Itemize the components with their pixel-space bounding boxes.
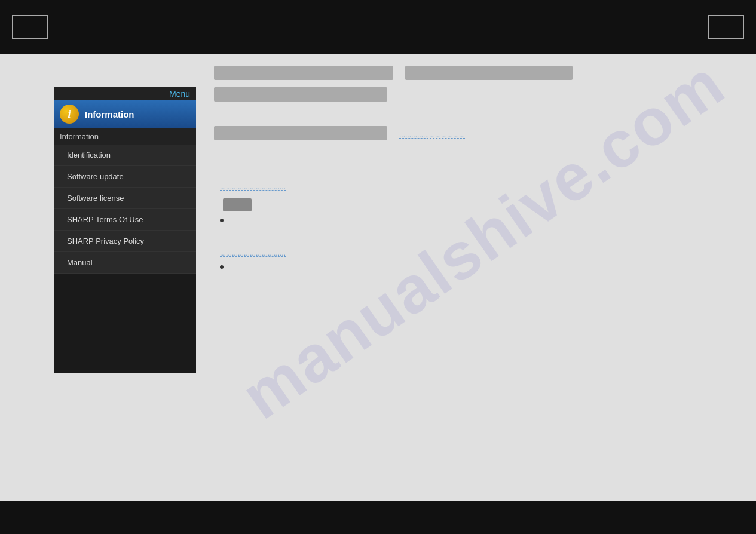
top-bar-right-box[interactable]	[708, 15, 744, 39]
small-gray-button[interactable]	[223, 198, 252, 211]
content-bar-1	[214, 66, 393, 80]
content-inner: ................................. ......…	[214, 66, 738, 269]
sidebar-item-software-license[interactable]: Software license	[54, 188, 196, 209]
sidebar-item-sharp-privacy-policy[interactable]: SHARP Privacy Policy	[54, 231, 196, 252]
bottom-bar	[0, 501, 756, 534]
content-bar-4	[214, 126, 387, 140]
bullet-dot-1	[220, 219, 224, 222]
link-1[interactable]: .................................	[399, 131, 465, 139]
menu-label: Menu	[54, 87, 196, 100]
bullet-dot-2	[220, 265, 224, 269]
link-3[interactable]: .................................	[220, 249, 286, 257]
sidebar-section-title: Information	[54, 128, 196, 145]
sidebar-header: i Information	[54, 100, 196, 128]
sidebar-header-title: Information	[85, 109, 134, 119]
sidebar-item-manual[interactable]: Manual	[54, 252, 196, 274]
sidebar: Menu i Information Information Identific…	[54, 87, 196, 373]
sidebar-item-software-update[interactable]: Software update	[54, 166, 196, 188]
bullet-item-1	[220, 216, 738, 222]
sidebar-item-sharp-terms-of-use[interactable]: SHARP Terms Of Use	[54, 209, 196, 231]
content-area: manualshive.com ........................…	[196, 54, 756, 501]
link-2[interactable]: .................................	[220, 183, 286, 191]
info-icon: i	[60, 105, 79, 124]
sidebar-item-identification[interactable]: Identification	[54, 145, 196, 166]
top-bar-left-box[interactable]	[12, 15, 48, 39]
sidebar-spacer	[54, 274, 196, 373]
top-bar	[0, 0, 756, 54]
main-area: Menu i Information Information Identific…	[0, 54, 756, 501]
content-bar-3	[214, 87, 387, 102]
bullet-item-2	[220, 263, 738, 269]
content-bar-2	[405, 66, 573, 80]
